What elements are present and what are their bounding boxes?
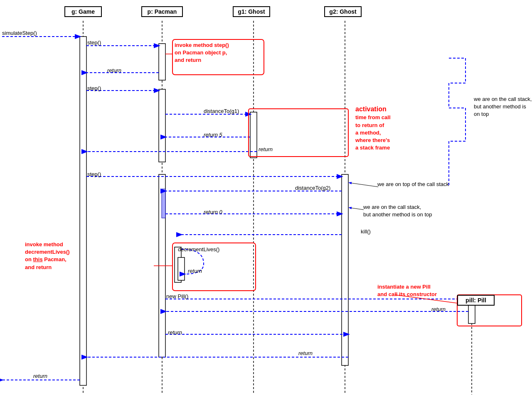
svg-rect-5 xyxy=(80,37,86,385)
activation-annotation: activation time from callto return ofa m… xyxy=(355,105,391,152)
object-pill: pill: Pill xyxy=(457,295,495,306)
object-pacman: p: Pacman xyxy=(141,6,183,17)
newpill-label: new Pill() xyxy=(166,293,188,299)
thread-of-execution-label: we are on the call stack, but another me… xyxy=(474,96,532,118)
sequence-diagram: g: Game p: Pacman g1: Ghost g2: Ghost pi… xyxy=(0,0,532,419)
step1-label: step() xyxy=(87,39,101,46)
callstack-below-annotation: we are on the call stack,but another met… xyxy=(363,203,432,218)
svg-rect-11 xyxy=(162,189,165,218)
return-pill-label: return xyxy=(431,306,446,312)
return0-label: return 0 xyxy=(204,209,222,215)
return6-label: return xyxy=(298,350,313,356)
svg-rect-7 xyxy=(159,89,165,162)
return5-label: return 5 xyxy=(204,132,222,138)
step3-label: step() xyxy=(87,171,101,177)
kill-label: kill() xyxy=(361,228,371,235)
step2-label: step() xyxy=(87,85,101,91)
diagram-svg xyxy=(0,0,532,419)
svg-rect-10 xyxy=(342,174,348,365)
return3-label: return xyxy=(188,268,202,274)
svg-rect-6 xyxy=(159,44,165,80)
svg-rect-13 xyxy=(178,257,185,280)
return2-label: return xyxy=(259,146,273,152)
callstack-top-annotation: we are on top of the call stack xyxy=(377,181,449,188)
step1-annotation: invoke method step()on Pacman object p,a… xyxy=(175,42,229,64)
return1-label: return xyxy=(107,67,121,74)
instantiate-annotation: instantiate a new Pilland call its const… xyxy=(377,283,437,298)
object-g1ghost: g1: Ghost xyxy=(233,6,270,17)
object-g2ghost: g2: Ghost xyxy=(324,6,362,17)
svg-rect-8 xyxy=(250,112,257,158)
object-game: g: Game xyxy=(64,6,102,17)
distanceto-g2-label: distanceTo(g2) xyxy=(295,185,330,191)
invoke-decrement-annotation: invoke methoddecrementLives()on this Pac… xyxy=(25,241,70,271)
simulate-step-label: simulateStep() xyxy=(2,30,37,36)
distanceto-g1-label: distanceTo(g1) xyxy=(204,108,239,114)
return7-label: return xyxy=(33,373,47,379)
svg-line-39 xyxy=(349,183,378,187)
return5b-label: return xyxy=(168,329,182,336)
svg-line-40 xyxy=(349,208,364,210)
decrementlives-label: decrementLives() xyxy=(178,246,219,252)
